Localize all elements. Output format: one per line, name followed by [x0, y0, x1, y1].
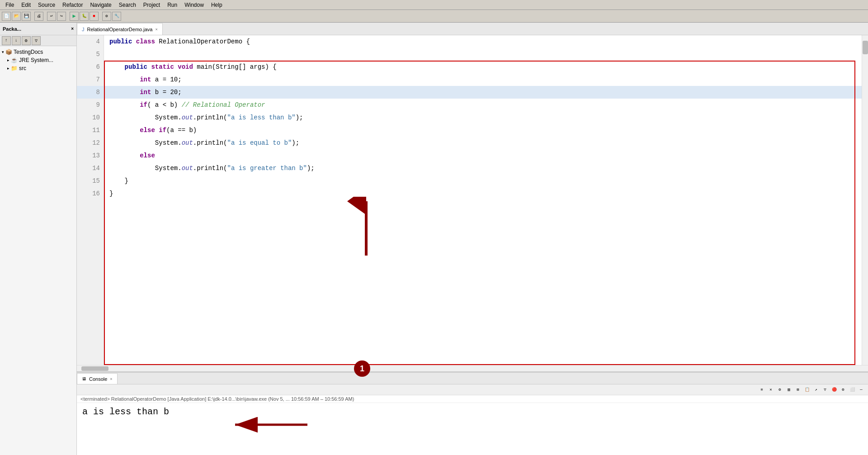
menu-refactor[interactable]: Refactor [59, 1, 86, 9]
menu-search[interactable]: Search [115, 1, 140, 9]
console-tb-3[interactable]: ⊞ [794, 386, 802, 394]
sidebar-collapse-icon[interactable]: × [71, 26, 74, 31]
toolbar-ref1[interactable]: ⚙ [102, 12, 111, 21]
console-tb-7[interactable]: 🔴 [830, 386, 838, 394]
menu-edit[interactable]: Edit [18, 1, 34, 9]
println-14: .println( [193, 165, 227, 172]
main-layout: Packa... × ↑ ↓ ⚙ ▽ ▾ 📦 TestingDocs ▸ ☕ J… [0, 23, 868, 455]
out-14: out [182, 165, 193, 172]
console-tb-min[interactable]: — [857, 386, 865, 394]
indent-7 [109, 76, 140, 83]
badge-number: 1 [354, 360, 370, 377]
println-12: .println( [193, 139, 227, 147]
menu-project[interactable]: Project [140, 1, 164, 9]
toolbar-redo[interactable]: ↪ [57, 12, 66, 21]
toolbar-open[interactable]: 📂 [12, 12, 21, 21]
menu-source[interactable]: Source [34, 1, 59, 9]
code-line-10[interactable]: System. out .println( "a is less than b"… [104, 111, 862, 124]
code-lines[interactable]: public class RelationalOperatorDemo { pu… [104, 35, 862, 365]
indent-11 [109, 127, 140, 134]
console-tb-5[interactable]: ↗ [812, 386, 820, 394]
console-output-text: a is less than b [82, 407, 169, 417]
code-line-8[interactable]: int b = 20; [104, 86, 862, 99]
code-line-4[interactable]: public class RelationalOperatorDemo { [104, 35, 862, 48]
semi-14: ); [307, 165, 315, 172]
jre-icon: ☕ [11, 57, 18, 63]
console-tb-close-x[interactable]: ✕ [767, 386, 775, 394]
tab-close-button[interactable]: × [155, 27, 157, 32]
v-scroll-thumb[interactable] [863, 41, 868, 54]
toolbar-ref2[interactable]: 🔧 [112, 12, 121, 21]
kw-int-8: int [140, 89, 151, 96]
code-line-12[interactable]: System. out .println( "a is equal to b" … [104, 137, 862, 149]
sidebar-tb-2[interactable]: ↓ [12, 36, 21, 45]
code-line-6[interactable]: public static void main(String[] args) { [104, 61, 862, 73]
system-12: System. [155, 139, 182, 147]
code-line-5[interactable] [104, 48, 862, 61]
toolbar-save[interactable]: 💾 [22, 12, 31, 21]
console-tb-6[interactable]: ▽ [821, 386, 829, 394]
toolbar-undo[interactable]: ↩ [47, 12, 56, 21]
sidebar-header: Packa... × [0, 23, 76, 35]
str-10: "a is less than b" [227, 114, 295, 121]
code-line-11[interactable]: else if (a == b) [104, 124, 862, 137]
code-line-15[interactable]: } [104, 175, 862, 187]
editor-area: J RelationalOperatorDemo.java × 4 5 6 7 … [77, 23, 868, 371]
menu-navigate[interactable]: Navigate [86, 1, 115, 9]
menu-run[interactable]: Run [164, 1, 181, 9]
console-tab-close[interactable]: × [110, 377, 112, 381]
code-line-13[interactable]: else [104, 149, 862, 162]
code-content[interactable]: 4 5 6 7 8 9 10 11 12 13 14 15 16 [77, 35, 868, 365]
menu-file[interactable]: File [2, 1, 18, 9]
sidebar-tb-3[interactable]: ⚙ [22, 36, 31, 45]
toolbar-run[interactable]: ▶ [70, 12, 79, 21]
toolbar-new[interactable]: 📄 [2, 12, 11, 21]
sidebar-tb-4[interactable]: ▽ [32, 36, 41, 45]
editor-tab[interactable]: J RelationalOperatorDemo.java × [77, 23, 163, 35]
toolbar-print[interactable]: 🖨 [34, 12, 43, 21]
editor-right-scrollbar[interactable] [862, 35, 868, 365]
kw-int-7: int [140, 76, 151, 83]
console-tb-stop[interactable]: ■ [758, 386, 766, 394]
console-tb-max[interactable]: ⬜ [848, 386, 856, 394]
indent-6 [109, 63, 125, 71]
menu-window[interactable]: Window [181, 1, 208, 9]
tree-arrow-testingdocs: ▾ [2, 50, 4, 54]
line-num-16: 16 [77, 187, 104, 200]
toolbar-stop[interactable]: ■ [90, 12, 99, 21]
out-12: out [182, 139, 193, 147]
h-scrollbar[interactable] [77, 365, 868, 371]
toolbar: 📄 📂 💾 🖨 ↩ ↪ ▶ 🐛 ■ ⚙ 🔧 [0, 10, 868, 23]
code-line-14[interactable]: System. out .println( "a is greater than… [104, 162, 862, 175]
console-tb-8[interactable]: ⚙ [839, 386, 847, 394]
code-line-9[interactable]: if ( a < b) // Relational Operator [104, 99, 862, 111]
sidebar-item-src[interactable]: ▸ 📁 src [0, 64, 76, 72]
kw-else-11: else [140, 127, 159, 134]
system-14: System. [155, 165, 182, 172]
h-scroll-thumb[interactable] [81, 366, 108, 371]
console-tb-1[interactable]: ⚙ [776, 386, 784, 394]
sidebar: Packa... × ↑ ↓ ⚙ ▽ ▾ 📦 TestingDocs ▸ ☕ J… [0, 23, 77, 455]
console-tab[interactable]: 🖥 Console × [77, 373, 118, 384]
menu-help[interactable]: Help [208, 1, 226, 9]
sidebar-item-testingdocs[interactable]: ▾ 📦 TestingDocs [0, 48, 76, 56]
semi-12: ); [292, 139, 299, 147]
code-line-7[interactable]: int a = 10; [104, 73, 862, 86]
toolbar-debug[interactable]: 🐛 [80, 12, 89, 21]
system-10: System. [155, 114, 182, 121]
sidebar-tb-1[interactable]: ↑ [2, 36, 11, 45]
kw-class: class [136, 38, 159, 45]
if-cond: ( a < b) [147, 101, 182, 109]
sidebar-content: ▾ 📦 TestingDocs ▸ ☕ JRE System... ▸ 📁 sr… [0, 46, 76, 455]
var-a: a = 10; [151, 76, 181, 83]
main-sig: main(String[] args) { [197, 63, 276, 71]
tree-arrow-src: ▸ [7, 66, 9, 71]
console-tb-4[interactable]: 📋 [803, 386, 811, 394]
code-line-16[interactable]: } [104, 187, 862, 200]
sidebar-label-testingdocs: TestingDocs [14, 49, 43, 55]
line-num-11: 11 [77, 124, 104, 137]
line-num-15: 15 [77, 175, 104, 187]
console-tb-2[interactable]: ▥ [785, 386, 793, 394]
indent-15: } [109, 177, 128, 185]
sidebar-item-jre[interactable]: ▸ ☕ JRE System... [0, 56, 76, 64]
